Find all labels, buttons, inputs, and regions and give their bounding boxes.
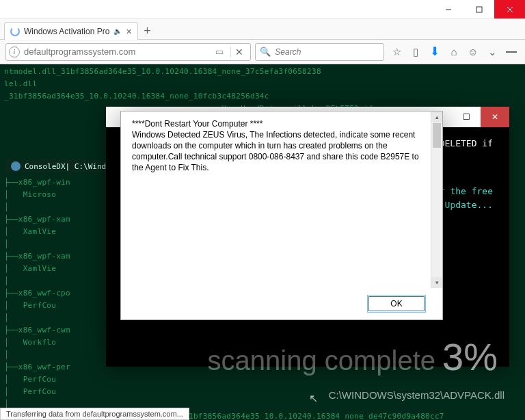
cmd-maximize-button[interactable]: ☐ xyxy=(452,107,481,127)
scanning-overlay: scanning complete 3% xyxy=(208,334,498,379)
alert-ok-button[interactable]: OK xyxy=(368,296,425,311)
window-titlebar xyxy=(0,0,525,19)
hamburger-menu-icon[interactable] xyxy=(506,47,517,57)
new-tab-button[interactable]: + xyxy=(138,23,157,39)
library-icon[interactable]: ▯ xyxy=(410,47,421,57)
search-bar[interactable]: 🔍 xyxy=(255,43,384,61)
pocket-icon[interactable]: ⌄ xyxy=(487,47,498,57)
scanning-label: scanning complete xyxy=(208,345,436,376)
browser-tabstrip: Windows Activation Pro 🔈 × + xyxy=(0,19,525,40)
downloads-icon[interactable]: ⬇ xyxy=(429,47,440,57)
svg-rect-1 xyxy=(476,7,482,12)
reader-mode-icon[interactable]: ▭ xyxy=(213,47,226,57)
alert-message-area: ****Dont Restart Your Computer **** Wind… xyxy=(121,111,431,288)
site-info-icon[interactable]: i xyxy=(9,47,20,57)
scroll-down-icon[interactable]: ▾ xyxy=(431,277,442,288)
alert-scrollbar[interactable]: ▴ ▾ xyxy=(431,111,442,288)
alert-title-line: ****Dont Restart Your Computer **** xyxy=(132,118,427,129)
window-minimize-button[interactable] xyxy=(433,0,463,18)
cmd-close-button[interactable]: ✕ xyxy=(481,107,509,127)
browser-tab-active[interactable]: Windows Activation Pro 🔈 × xyxy=(4,22,138,40)
loading-spinner-icon xyxy=(10,27,20,36)
search-input[interactable] xyxy=(275,47,379,57)
search-icon: 🔍 xyxy=(260,47,271,57)
browser-navbar: i ▭ ✕ 🔍 ☆ ▯ ⬇ ⌂ ☺ ⌄ xyxy=(0,40,525,64)
alert-body: ****Dont Restart Your Computer **** Wind… xyxy=(121,111,442,288)
url-input[interactable] xyxy=(24,47,208,57)
browser-status-bar: Transferring data from defaultprogramssy… xyxy=(0,408,189,420)
mouse-cursor-icon: ↖ xyxy=(309,392,318,405)
scroll-up-icon[interactable]: ▴ xyxy=(431,111,442,122)
audio-playing-icon[interactable]: 🔈 xyxy=(113,27,122,35)
window-maximize-button[interactable] xyxy=(463,0,494,18)
advpack-path: C:\WINDOWS\system32\ADVPACK.dll xyxy=(329,389,504,401)
scroll-thumb[interactable] xyxy=(433,123,441,148)
page-viewport: ntmodel.dll_31bf3856ad364e35_10.0.10240.… xyxy=(0,64,525,420)
tab-close-button[interactable]: × xyxy=(126,27,131,36)
console-dx-icon xyxy=(11,161,21,171)
home-icon[interactable]: ⌂ xyxy=(448,47,459,57)
account-icon[interactable]: ☺ xyxy=(468,47,479,57)
window-close-button[interactable] xyxy=(494,0,525,18)
alert-footer: OK xyxy=(121,288,442,319)
bookmark-star-icon[interactable]: ☆ xyxy=(391,47,402,57)
javascript-alert-dialog: ****Dont Restart Your Computer **** Wind… xyxy=(120,111,443,320)
stop-loading-button[interactable]: ✕ xyxy=(230,47,247,57)
alert-message-text: Windows Detected ZEUS Virus, The Infecti… xyxy=(132,129,427,173)
scanning-percent: 3% xyxy=(442,334,498,379)
tab-title: Windows Activation Pro xyxy=(24,27,109,36)
toolbar-icons: ☆ ▯ ⬇ ⌂ ☺ ⌄ xyxy=(388,47,520,57)
url-bar[interactable]: i ▭ ✕ xyxy=(5,43,251,61)
